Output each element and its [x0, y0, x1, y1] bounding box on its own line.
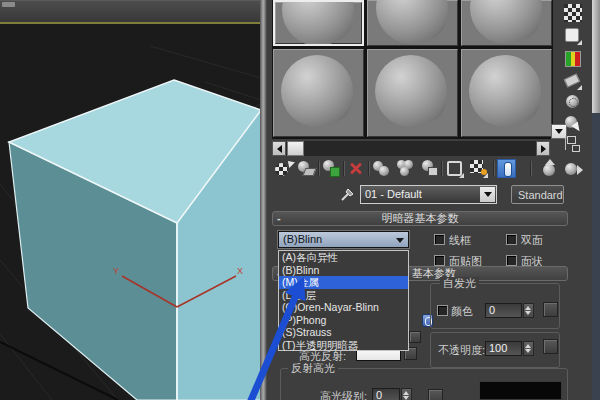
window-divider[interactable] — [260, 0, 267, 400]
shader-option-phong[interactable]: (P)Phong — [279, 314, 408, 327]
highlight-curve-graph — [479, 381, 562, 400]
viewport-top-bar — [0, 0, 261, 22]
specular-level-label: 高光级别: — [320, 389, 367, 400]
sample-slot[interactable] — [273, 49, 364, 137]
reset-map-icon[interactable] — [347, 159, 366, 178]
self-illumination-title: 自发光 — [440, 277, 479, 289]
panel-vscrollbar-thumb[interactable] — [592, 0, 600, 113]
material-name-combobox[interactable]: 01 - Default — [360, 185, 497, 204]
go-to-parent-icon[interactable] — [540, 159, 559, 178]
put-to-library-icon[interactable] — [420, 159, 439, 178]
specular-level-spinner[interactable] — [401, 388, 412, 400]
specular-highlights-title: 反射高光 — [288, 362, 338, 374]
select-by-material-icon[interactable] — [564, 114, 582, 132]
slot-hscrollbar-thumb[interactable] — [287, 141, 304, 156]
shader-option-multi-layer[interactable]: (L)多层 — [279, 289, 408, 302]
opacity-value-field[interactable]: 100 — [485, 341, 522, 356]
make-preview-icon[interactable] — [564, 72, 582, 90]
shader-option-oren-nayar-blinn[interactable]: (O)Oren-Nayar-Blinn — [279, 301, 408, 314]
self-illum-color-checkbox[interactable] — [437, 305, 448, 316]
rollout-collapse-icon[interactable]: - — [277, 212, 281, 225]
panel-vscrollbar-track — [592, 113, 600, 400]
options-icon[interactable] — [564, 93, 582, 111]
material-name-value: 01 - Default — [365, 188, 422, 200]
perspective-viewport[interactable]: Y X — [0, 0, 261, 400]
slot-hscrollbar-right-arrow[interactable] — [536, 141, 550, 156]
sample-slot[interactable] — [461, 0, 552, 46]
backlight-icon[interactable] — [564, 27, 582, 45]
slot-hscrollbar-left-arrow[interactable] — [272, 141, 286, 156]
self-illum-color-label: 颜色 — [451, 304, 473, 319]
faceted-checkbox[interactable] — [506, 255, 517, 266]
axis-x-label: X — [237, 266, 243, 276]
wireframe-checkbox[interactable] — [434, 234, 445, 245]
go-forward-to-sibling-icon[interactable] — [564, 159, 583, 178]
self-illum-value-field[interactable]: 0 — [485, 303, 522, 318]
shader-dropdown-list[interactable]: (A)各向异性 (B)Blinn (M)金属 (L)多层 (O)Oren-Nay… — [278, 250, 409, 351]
material-id-channel-icon[interactable] — [445, 159, 464, 178]
show-map-in-viewport-icon[interactable] — [469, 159, 488, 178]
specular-level-map-button[interactable] — [428, 389, 443, 400]
self-illum-map-button[interactable] — [543, 302, 558, 317]
sample-slot[interactable] — [367, 0, 458, 46]
material-type-button[interactable]: Standard — [511, 185, 564, 204]
make-material-copy-icon[interactable] — [372, 159, 391, 178]
slot-hscrollbar-track[interactable] — [272, 141, 550, 156]
sample-slot[interactable] — [367, 49, 458, 137]
shader-option-translucent[interactable]: (T)半透明明暗器 — [279, 339, 408, 352]
shader-combo-arrow-icon — [396, 238, 404, 243]
sample-slot[interactable] — [461, 49, 552, 137]
shader-basic-params-rollout-header[interactable]: - 明暗器基本参数 — [272, 211, 568, 226]
opacity-label: 不透明度: — [438, 343, 485, 358]
teal-cube[interactable] — [9, 80, 261, 400]
material-map-navigator-icon[interactable] — [564, 135, 582, 153]
viewport-canvas[interactable]: Y X — [0, 24, 261, 400]
opacity-spinner[interactable] — [523, 341, 534, 356]
sample-background-icon[interactable] — [564, 4, 582, 22]
sample-slot-selected[interactable] — [273, 0, 364, 46]
diffuse-map-button[interactable] — [409, 331, 421, 343]
show-end-result-icon[interactable] — [497, 159, 516, 178]
two-sided-checkbox[interactable] — [506, 234, 517, 245]
wireframe-label: 线框 — [449, 233, 471, 248]
assign-material-to-selection-icon[interactable] — [322, 159, 341, 178]
viewport-menu-icon — [2, 2, 15, 7]
shader-option-metal[interactable]: (M)金属 — [279, 276, 408, 289]
shader-option-anisotropic[interactable]: (A)各向异性 — [279, 251, 408, 264]
two-sided-label: 双面 — [521, 233, 543, 248]
pick-material-eyedropper-icon[interactable] — [339, 185, 357, 203]
self-illum-spinner[interactable] — [523, 303, 534, 318]
shader-type-combobox[interactable]: (B)Blinn — [278, 231, 409, 248]
material-name-dropdown-arrow[interactable] — [480, 187, 495, 202]
shader-rollout-title: 明暗器基本参数 — [382, 212, 459, 224]
video-color-check-icon[interactable] — [564, 50, 582, 68]
3dsmax-window: Y X — [0, 0, 600, 400]
face-map-checkbox[interactable] — [434, 255, 445, 266]
make-unique-icon[interactable] — [396, 159, 415, 178]
opacity-map-button[interactable] — [543, 339, 558, 354]
put-material-to-scene-icon[interactable] — [297, 159, 316, 178]
shader-option-blinn[interactable]: (B)Blinn — [279, 264, 408, 277]
specular-level-field[interactable]: 0 — [372, 388, 400, 400]
axis-y-label: Y — [113, 266, 119, 276]
get-material-icon[interactable] — [274, 159, 293, 178]
shader-type-value: (B)Blinn — [283, 233, 322, 245]
shader-option-strauss[interactable]: (S)Strauss — [279, 326, 408, 339]
